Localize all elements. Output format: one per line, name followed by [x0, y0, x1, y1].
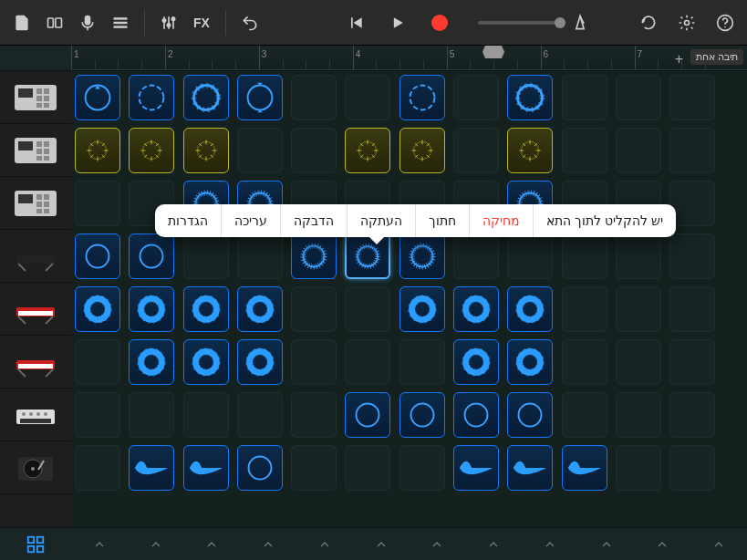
loop-cell[interactable]: [507, 75, 553, 120]
column-trigger[interactable]: [578, 528, 635, 560]
empty-cell[interactable]: [562, 233, 607, 279]
empty-cell[interactable]: [669, 75, 715, 120]
loop-cell[interactable]: [562, 445, 607, 491]
undo-button[interactable]: [237, 10, 263, 36]
empty-cell[interactable]: [129, 392, 174, 438]
loop-cell[interactable]: [399, 128, 445, 173]
column-trigger[interactable]: [296, 528, 353, 560]
column-trigger[interactable]: [690, 528, 747, 560]
context-menu-item[interactable]: הדבקה: [280, 204, 347, 237]
empty-cell[interactable]: [453, 128, 499, 173]
loop-cell[interactable]: [129, 128, 174, 173]
column-trigger[interactable]: [465, 528, 522, 560]
loop-cell[interactable]: [399, 392, 445, 438]
loop-cell[interactable]: [507, 339, 553, 385]
loop-cell[interactable]: [237, 339, 283, 385]
empty-cell[interactable]: [75, 339, 120, 385]
empty-cell[interactable]: [345, 445, 390, 491]
column-trigger[interactable]: [410, 528, 466, 560]
loop-button[interactable]: [636, 10, 661, 36]
column-trigger[interactable]: [353, 528, 410, 560]
column-trigger[interactable]: [184, 528, 241, 560]
empty-cell[interactable]: [669, 339, 715, 385]
view-toggle-button[interactable]: [42, 10, 67, 36]
fx-button[interactable]: FX: [189, 10, 214, 36]
empty-cell[interactable]: [562, 128, 607, 173]
track-header-turntable[interactable]: [0, 441, 71, 494]
loop-cell[interactable]: [75, 128, 120, 173]
empty-cell[interactable]: [669, 128, 715, 173]
loop-cell[interactable]: [129, 75, 174, 120]
section-length-label[interactable]: תיבה אחת: [690, 49, 743, 65]
empty-cell[interactable]: [616, 128, 661, 173]
volume-slider[interactable]: [478, 21, 560, 25]
column-trigger[interactable]: [240, 528, 296, 560]
empty-cell[interactable]: [291, 339, 337, 385]
loop-cell[interactable]: [453, 392, 499, 438]
loop-cell[interactable]: [345, 128, 390, 173]
empty-cell[interactable]: [399, 445, 445, 491]
context-menu-item[interactable]: יש להקליט לתוך התא: [533, 204, 676, 237]
track-header-drum-machine-3[interactable]: [0, 177, 71, 230]
empty-cell[interactable]: [562, 286, 607, 332]
track-header-keyboard-3[interactable]: [0, 336, 71, 389]
empty-cell[interactable]: [291, 392, 337, 438]
loop-cell[interactable]: [399, 233, 445, 279]
loop-cell[interactable]: [75, 286, 120, 332]
loop-cell[interactable]: [129, 286, 174, 332]
column-trigger[interactable]: [128, 528, 184, 560]
loop-cell[interactable]: [345, 392, 390, 438]
loop-cell[interactable]: [399, 286, 445, 332]
loop-cell[interactable]: [399, 75, 445, 120]
loop-cell[interactable]: [237, 445, 283, 491]
loop-cell[interactable]: [453, 286, 499, 332]
empty-cell[interactable]: [562, 75, 607, 120]
browser-button[interactable]: [9, 10, 35, 36]
metronome-button[interactable]: [567, 10, 593, 36]
empty-cell[interactable]: [616, 75, 661, 120]
go-to-start-button[interactable]: [343, 10, 368, 36]
empty-cell[interactable]: [562, 392, 607, 438]
empty-cell[interactable]: [183, 233, 229, 279]
empty-cell[interactable]: [453, 233, 499, 279]
track-header-drum-machine-2[interactable]: [0, 124, 71, 177]
empty-cell[interactable]: [75, 392, 120, 438]
empty-cell[interactable]: [616, 233, 661, 279]
empty-cell[interactable]: [345, 75, 390, 120]
track-header-drum-machine-1[interactable]: [0, 71, 71, 124]
empty-cell[interactable]: [669, 445, 715, 491]
loop-cell[interactable]: [237, 75, 283, 120]
context-menu-item[interactable]: הגדרות: [155, 204, 221, 237]
timeline-ruler[interactable]: + תיבה אחת 1234567: [71, 46, 747, 70]
empty-cell[interactable]: [669, 286, 715, 332]
track-header-keyboard-1[interactable]: [0, 230, 71, 283]
settings-button[interactable]: [674, 10, 700, 36]
empty-cell[interactable]: [291, 128, 337, 173]
empty-cell[interactable]: [507, 233, 553, 279]
loop-cell[interactable]: [237, 286, 283, 332]
loop-cell[interactable]: [129, 339, 174, 385]
empty-cell[interactable]: [291, 445, 337, 491]
column-trigger[interactable]: [71, 528, 128, 560]
loop-cell[interactable]: [453, 339, 499, 385]
loop-cell[interactable]: [75, 233, 120, 279]
empty-cell[interactable]: [669, 233, 715, 279]
empty-cell[interactable]: [562, 339, 607, 385]
loop-cell[interactable]: [183, 75, 229, 120]
loop-cell[interactable]: [129, 233, 174, 279]
column-trigger[interactable]: [522, 528, 578, 560]
loop-cell[interactable]: [507, 286, 553, 332]
empty-cell[interactable]: [345, 339, 390, 385]
empty-cell[interactable]: [345, 286, 390, 332]
loop-cell[interactable]: [129, 445, 174, 491]
empty-cell[interactable]: [399, 339, 445, 385]
loop-cell[interactable]: [453, 445, 499, 491]
help-button[interactable]: [712, 10, 738, 36]
loop-cell[interactable]: [507, 445, 553, 491]
record-button[interactable]: [427, 10, 452, 36]
empty-cell[interactable]: [669, 392, 715, 438]
empty-cell[interactable]: [669, 181, 715, 226]
track-header-synth[interactable]: [0, 389, 71, 441]
context-menu-item[interactable]: העתקה: [347, 204, 415, 237]
live-loops-edit-button[interactable]: [0, 528, 71, 560]
